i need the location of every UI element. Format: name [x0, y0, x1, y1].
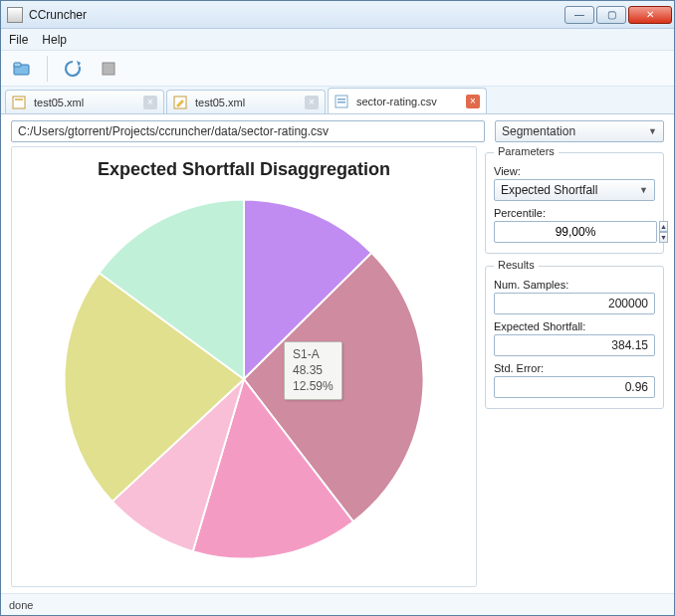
tab-sector-rating[interactable]: sector-rating.csv × — [328, 88, 487, 113]
parameters-group: Parameters View: Expected Shortfall ▼ Pe… — [485, 152, 664, 254]
close-button[interactable]: ✕ — [628, 6, 672, 24]
pie-chart — [55, 190, 433, 568]
minimize-button[interactable]: — — [564, 6, 594, 24]
percentile-input[interactable] — [494, 221, 657, 243]
svg-rect-8 — [338, 102, 345, 103]
xml-file-icon — [12, 96, 26, 109]
chevron-down-icon: ▼ — [648, 126, 657, 136]
percentile-spinner: ▲ ▼ — [494, 221, 655, 243]
side-panel: Parameters View: Expected Shortfall ▼ Pe… — [485, 146, 664, 587]
stderr-label: Std. Error: — [494, 362, 655, 374]
menu-bar: File Help — [1, 29, 674, 51]
folder-open-icon — [12, 59, 32, 79]
window-title: CCruncher — [29, 8, 564, 22]
refresh-button[interactable] — [58, 54, 88, 84]
toolbar — [1, 51, 674, 87]
percentile-label: Percentile: — [494, 207, 655, 219]
svg-rect-2 — [103, 63, 114, 75]
titlebar: CCruncher — ▢ ✕ — [1, 1, 674, 29]
view-label: View: — [494, 165, 655, 177]
chart-panel: Expected Shortfall Disaggregation S1-A 4… — [11, 146, 477, 587]
status-bar: done — [1, 593, 674, 615]
tooltip-name: S1-A — [293, 346, 334, 362]
tab-close-icon[interactable]: × — [466, 95, 480, 108]
content-area: Segmentation ▼ Expected Shortfall Disagg… — [1, 114, 674, 593]
stop-icon — [100, 60, 117, 78]
parameters-legend: Parameters — [494, 145, 559, 157]
menu-help[interactable]: Help — [42, 33, 67, 47]
view-dropdown[interactable]: Expected Shortfall ▼ — [494, 179, 655, 201]
main-row: Expected Shortfall Disaggregation S1-A 4… — [1, 146, 674, 593]
tab-label: sector-rating.csv — [356, 96, 437, 107]
tab-bar: test05.xml × test05.xml × sector-rating.… — [1, 87, 674, 114]
segmentation-label: Segmentation — [502, 124, 575, 138]
stderr-value: 0.96 — [494, 376, 655, 398]
svg-rect-1 — [14, 63, 21, 67]
svg-rect-3 — [13, 97, 25, 108]
num-samples-value: 200000 — [494, 293, 655, 314]
chart-tooltip: S1-A 48.35 12.59% — [284, 341, 342, 400]
tooltip-value: 48.35 — [293, 362, 334, 378]
csv-file-icon — [335, 95, 348, 108]
tab-label: test05.xml — [195, 97, 245, 108]
status-text: done — [9, 599, 33, 611]
results-legend: Results — [494, 259, 539, 271]
tab-close-icon[interactable]: × — [305, 96, 319, 109]
maximize-button[interactable]: ▢ — [596, 6, 626, 24]
spin-down-button[interactable]: ▼ — [659, 232, 668, 243]
path-row: Segmentation ▼ — [1, 114, 674, 146]
view-value: Expected Shortfall — [501, 183, 597, 197]
svg-rect-7 — [338, 99, 345, 101]
file-path-input[interactable] — [11, 120, 485, 142]
window-controls: — ▢ ✕ — [564, 6, 672, 24]
tab-close-icon[interactable]: × — [143, 96, 157, 109]
tab-label: test05.xml — [34, 97, 84, 108]
xml-edit-icon — [173, 96, 187, 109]
tooltip-percent: 12.59% — [293, 378, 334, 394]
chart-title: Expected Shortfall Disaggregation — [98, 159, 390, 180]
tab-test05-2[interactable]: test05.xml × — [166, 90, 326, 113]
stop-button[interactable] — [94, 54, 123, 84]
segmentation-dropdown[interactable]: Segmentation ▼ — [495, 120, 664, 142]
refresh-icon — [63, 59, 83, 79]
svg-rect-4 — [15, 99, 23, 101]
num-samples-label: Num. Samples: — [494, 279, 655, 291]
menu-file[interactable]: File — [9, 33, 28, 47]
app-icon — [7, 7, 23, 23]
es-label: Expected Shortfall: — [494, 320, 655, 332]
spin-up-button[interactable]: ▲ — [659, 221, 668, 232]
pie-holder: S1-A 48.35 12.59% — [55, 190, 433, 568]
results-group: Results Num. Samples: 200000 Expected Sh… — [485, 266, 664, 409]
open-button[interactable] — [7, 54, 37, 84]
es-value: 384.15 — [494, 334, 655, 356]
tab-test05-1[interactable]: test05.xml × — [5, 90, 164, 113]
chevron-down-icon: ▼ — [639, 185, 648, 195]
app-window: CCruncher — ▢ ✕ File Help — [0, 0, 675, 616]
toolbar-separator — [47, 56, 48, 82]
